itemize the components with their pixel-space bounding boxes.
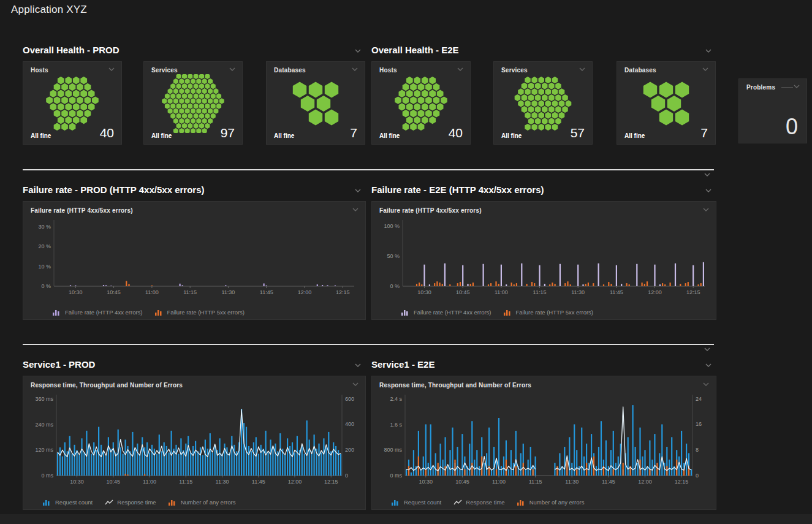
chevron-down-icon[interactable]	[705, 48, 712, 53]
svg-text:11:00: 11:00	[145, 289, 159, 295]
chevron-down-icon[interactable]	[351, 67, 359, 72]
problems-value: 0	[786, 116, 798, 138]
legend-item[interactable]: Request count	[392, 499, 441, 506]
count-value: 40	[449, 126, 463, 139]
svg-text:16: 16	[696, 421, 702, 427]
legend-label: Number of any errors	[529, 499, 585, 506]
svg-text:11:45: 11:45	[610, 289, 623, 295]
legend-item[interactable]: Response time	[453, 499, 504, 506]
honeycomb-hosts-e2e	[372, 74, 470, 133]
chevron-down-icon[interactable]	[702, 207, 710, 212]
svg-text:11:00: 11:00	[495, 289, 508, 295]
section-title-health-e2e: Overall Health - E2E	[371, 45, 459, 55]
legend-label: Number of any errors	[181, 499, 236, 506]
chevron-down-icon[interactable]	[705, 188, 712, 193]
problems-label: Problems	[746, 84, 775, 91]
failure-prod-chart[interactable]: 30 %20 %10 %0 %10:3010:4511:0011:1511:30…	[23, 218, 364, 302]
svg-text:12:00: 12:00	[288, 479, 302, 485]
chevron-down-icon[interactable]	[354, 48, 362, 53]
service-prod-chart[interactable]: 360 ms240 ms120 ms0 ms600400200010:3010:…	[23, 392, 364, 492]
section-title-failure-prod: Failure rate - PROD (HTTP 4xx/5xx errors…	[23, 184, 205, 195]
svg-text:100 %: 100 %	[384, 223, 400, 229]
chevron-down-icon[interactable]	[702, 67, 709, 72]
legend-label: Failure rate (HTTP 5xx errors)	[167, 309, 245, 316]
svg-text:11:15: 11:15	[533, 289, 547, 295]
svg-text:0: 0	[345, 473, 348, 479]
chevron-down-icon[interactable]	[579, 67, 586, 72]
svg-text:10 %: 10 %	[38, 264, 51, 270]
svg-text:800 ms: 800 ms	[384, 447, 402, 453]
tile-services-prod[interactable]: Services All fine 97	[143, 61, 243, 145]
failure-e2e-chart-tile[interactable]: Failure rate (HTTP 4xx/5xx errors) 100 %…	[371, 201, 716, 320]
svg-text:12:15: 12:15	[336, 289, 350, 295]
service-e2e-chart[interactable]: 2.4 s1.6 s800 ms0 ms24168010:3010:4511:0…	[372, 392, 715, 492]
chevron-down-icon[interactable]	[702, 382, 710, 387]
failure-e2e-chart[interactable]: 100 %50 %0 %10:3010:4511:0011:1511:3011:…	[372, 218, 715, 302]
tile-problems[interactable]: Problems 0	[738, 78, 807, 143]
legend-item[interactable]: Failure rate (HTTP 4xx errors)	[53, 309, 143, 316]
line-series-icon	[453, 499, 462, 506]
svg-text:0 ms: 0 ms	[390, 473, 402, 479]
tile-services-e2e[interactable]: Services All fine 57	[493, 61, 593, 145]
service-prod-chart-tile[interactable]: Response time, Throughput and Number of …	[23, 376, 366, 510]
chart-legend: Request countResponse timeNumber of any …	[23, 499, 365, 506]
legend-item[interactable]: Number of any errors	[169, 499, 236, 506]
status-label: All fine	[379, 132, 400, 139]
legend-item[interactable]: Failure rate (HTTP 4xx errors)	[401, 309, 491, 316]
svg-text:0: 0	[696, 473, 699, 479]
chart-legend: Failure rate (HTTP 4xx errors)Failure ra…	[372, 309, 716, 316]
chart-legend: Request countResponse timeNumber of any …	[372, 499, 716, 506]
chevron-down-icon[interactable]	[352, 382, 359, 387]
legend-item[interactable]: Number of any errors	[517, 499, 585, 506]
section-title-service-prod: Service1 - PROD	[23, 359, 95, 370]
legend-label: Request count	[55, 499, 93, 506]
svg-text:10:45: 10:45	[455, 479, 469, 485]
svg-text:10:30: 10:30	[69, 289, 83, 295]
legend-item[interactable]: Request count	[43, 499, 93, 506]
honeycomb-services-prod	[144, 74, 242, 133]
svg-text:12:00: 12:00	[298, 289, 312, 295]
svg-text:11:00: 11:00	[143, 479, 156, 485]
service-e2e-chart-tile[interactable]: Response time, Throughput and Number of …	[371, 376, 716, 510]
svg-text:24: 24	[696, 396, 702, 402]
legend-label: Response time	[117, 499, 156, 506]
legend-item[interactable]: Failure rate (HTTP 5xx errors)	[155, 309, 245, 316]
legend-item[interactable]: Failure rate (HTTP 5xx errors)	[504, 309, 594, 316]
tile-hosts-e2e[interactable]: Hosts All fine 40	[371, 61, 471, 145]
dashboard: Application XYZ Overall Health - PROD Ov…	[0, 0, 812, 524]
honeycomb-databases-prod	[267, 74, 365, 133]
svg-text:30 %: 30 %	[38, 224, 51, 230]
svg-text:360 ms: 360 ms	[35, 396, 53, 402]
tile-databases-prod[interactable]: Databases All fine 7	[266, 61, 365, 145]
chevron-down-icon[interactable]	[354, 188, 362, 193]
svg-text:11:30: 11:30	[222, 289, 235, 295]
svg-text:0 ms: 0 ms	[41, 473, 53, 479]
tile-hosts-prod[interactable]: Hosts All fine 40	[23, 61, 122, 145]
svg-text:2.4 s: 2.4 s	[390, 396, 402, 402]
bar-series-icon	[504, 309, 512, 316]
failure-prod-chart-tile[interactable]: Failure rate (HTTP 4xx/5xx errors) 30 %2…	[23, 201, 366, 320]
bar-series-icon	[169, 499, 177, 506]
legend-item[interactable]: Response time	[105, 499, 156, 506]
svg-text:11:30: 11:30	[571, 289, 585, 295]
tile-databases-e2e[interactable]: Databases All fine 7	[617, 61, 716, 145]
chevron-down-icon[interactable]	[457, 67, 464, 72]
chart-legend: Failure rate (HTTP 4xx errors)Failure ra…	[23, 309, 365, 316]
svg-text:11:45: 11:45	[260, 289, 273, 295]
status-label: All fine	[31, 132, 51, 139]
chevron-down-icon[interactable]	[793, 84, 800, 89]
svg-text:200: 200	[345, 447, 354, 453]
svg-text:11:45: 11:45	[252, 479, 265, 485]
chevron-down-icon[interactable]	[704, 347, 711, 352]
chevron-down-icon[interactable]	[352, 207, 359, 212]
svg-text:1.6 s: 1.6 s	[390, 422, 402, 428]
honeycomb-databases-e2e	[617, 74, 715, 133]
section-title-service-e2e: Service1 - E2E	[371, 359, 434, 370]
chevron-down-icon[interactable]	[705, 363, 712, 368]
chevron-down-icon[interactable]	[354, 363, 362, 368]
chevron-down-icon[interactable]	[229, 67, 236, 72]
svg-text:11:30: 11:30	[216, 479, 229, 485]
chevron-down-icon[interactable]	[108, 67, 115, 72]
tile-label: Databases	[624, 67, 656, 74]
chevron-down-icon[interactable]	[704, 172, 711, 177]
